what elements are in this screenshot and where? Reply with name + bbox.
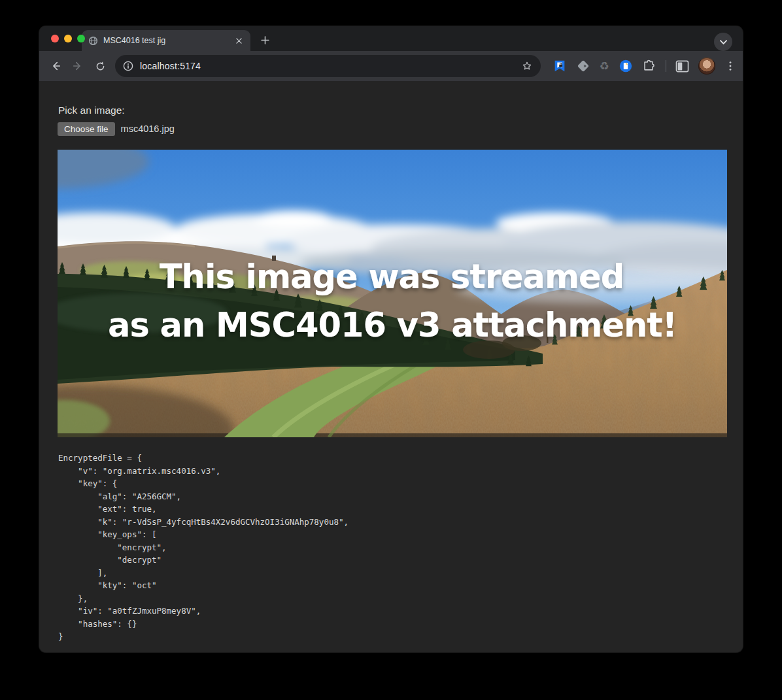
tab-close-icon[interactable] <box>233 35 244 46</box>
browser-window: MSC4016 test jig <box>39 26 743 652</box>
password-manager-extension-icon[interactable] <box>552 59 567 73</box>
page-content: Pick an image: Choose file msc4016.jpg <box>39 81 743 652</box>
diamond-arrow-extension-icon[interactable] <box>576 59 590 73</box>
zoom-window-button[interactable] <box>77 35 85 42</box>
tab-title: MSC4016 test jig <box>103 36 228 45</box>
browser-toolbar: localhost:5174 ♻ <box>39 51 743 81</box>
close-window-button[interactable] <box>51 35 59 42</box>
globe-favicon-icon <box>88 36 98 46</box>
tab-search-chevron-button[interactable] <box>714 33 732 51</box>
minimize-window-button[interactable] <box>64 35 72 42</box>
recycle-extension-icon[interactable]: ♻ <box>600 61 609 72</box>
tab-strip: MSC4016 test jig <box>39 26 743 51</box>
side-panel-icon[interactable] <box>675 60 689 73</box>
encrypted-file-json: EncryptedFile = { "v": "org.matrix.msc40… <box>58 452 724 643</box>
new-tab-button[interactable] <box>256 31 274 49</box>
reload-button[interactable] <box>90 56 110 76</box>
browser-menu-icon[interactable] <box>724 60 736 72</box>
toolbar-divider <box>666 60 666 72</box>
extensions-area: ♻ <box>552 58 736 75</box>
selected-file-name: msc4016.jpg <box>121 124 175 134</box>
bookmark-star-icon[interactable] <box>521 60 533 72</box>
forward-button[interactable] <box>68 56 88 76</box>
choose-file-button[interactable]: Choose file <box>58 122 115 136</box>
url-text[interactable]: localhost:5174 <box>140 61 515 71</box>
file-input[interactable]: Choose file msc4016.jpg <box>58 122 724 136</box>
caption-line-2: as an MSC4016 v3 attachment! <box>108 306 677 344</box>
back-button[interactable] <box>46 56 65 76</box>
docs-extension-icon[interactable] <box>619 59 633 73</box>
extensions-puzzle-icon[interactable] <box>642 59 656 73</box>
address-bar[interactable]: localhost:5174 <box>115 55 541 77</box>
site-info-icon[interactable] <box>123 61 133 71</box>
profile-avatar[interactable] <box>698 58 715 75</box>
caption-line-1: This image was streamed <box>160 258 624 296</box>
pick-image-label: Pick an image: <box>58 105 724 116</box>
browser-tab[interactable]: MSC4016 test jig <box>82 30 250 51</box>
streamed-attachment-image: This image was streamed as an MSC4016 v3… <box>58 150 727 437</box>
window-controls <box>51 35 85 42</box>
